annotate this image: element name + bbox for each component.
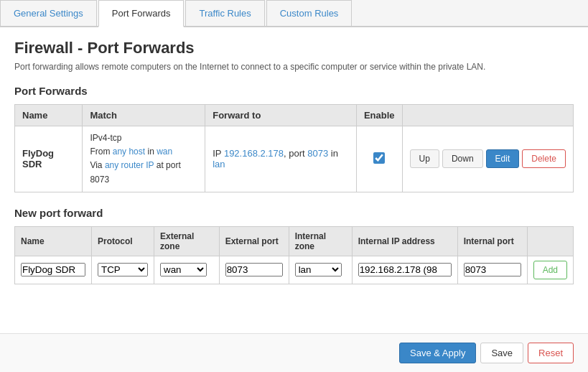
col-name: Name [15, 105, 83, 126]
col-forward-to: Forward to [205, 105, 357, 126]
enable-checkbox[interactable] [373, 152, 385, 164]
match-via-label: Via [90, 160, 102, 170]
footer-bar: Save & Apply Save Reset [0, 333, 588, 372]
new-port-forward-heading: New port forward [14, 207, 574, 219]
edit-button[interactable]: Edit [486, 149, 520, 168]
form-int-port-input[interactable] [464, 263, 521, 276]
forward-port-link[interactable]: 8073 [307, 148, 328, 159]
form-col-add [527, 226, 573, 256]
up-button[interactable]: Up [410, 149, 439, 168]
row-match: IPv4-tcp From any host in wan Via any ro… [83, 126, 205, 192]
form-col-name: Name [15, 226, 92, 256]
form-ip-cell [352, 256, 457, 284]
match-any-host-link[interactable]: any host [113, 147, 145, 157]
tab-port-forwards[interactable]: Port Forwards [98, 0, 185, 27]
form-ext-port-cell [219, 256, 289, 284]
form-add-cell: Add [527, 256, 573, 284]
tab-custom-rules[interactable]: Custom Rules [266, 0, 353, 26]
page-title: Firewall - Port Forwards [14, 39, 574, 57]
form-col-ip: Internal IP address [352, 226, 457, 256]
col-actions [402, 105, 573, 126]
form-ext-zone-select[interactable]: wan lan [160, 263, 207, 276]
add-button[interactable]: Add [533, 261, 567, 279]
tab-bar: General Settings Port Forwards Traffic R… [0, 0, 588, 27]
form-name-input[interactable] [21, 263, 85, 276]
match-any-router-link[interactable]: any router IP [105, 160, 154, 170]
row-name: FlyDog SDR [15, 126, 83, 192]
row-actions: Up Down Edit Delete [402, 126, 573, 192]
form-col-protocol: Protocol [92, 226, 154, 256]
form-int-zone-cell: lan wan [289, 256, 352, 284]
tab-general-settings[interactable]: General Settings [0, 0, 97, 26]
forward-ip-label: IP [213, 148, 221, 159]
port-forwards-table: Name Match Forward to Enable FlyDog SDR … [14, 104, 574, 192]
forward-ip-link[interactable]: 192.168.2.178 [224, 148, 284, 159]
new-port-forward-table: Name Protocol External zone External por… [14, 226, 574, 284]
form-col-ext-port: External port [219, 226, 289, 256]
col-enable: Enable [356, 105, 402, 126]
form-name-cell [15, 256, 92, 284]
form-ext-zone-cell: wan lan [154, 256, 220, 284]
tab-traffic-rules[interactable]: Traffic Rules [185, 0, 264, 26]
match-protocol: IPv4-tcp [90, 133, 121, 143]
table-row: FlyDog SDR IPv4-tcp From any host in wan… [15, 126, 574, 192]
forward-in: in [331, 148, 338, 159]
form-protocol-select[interactable]: TCP UDP TCP+UDP ICMP Custom [98, 263, 148, 276]
save-apply-button[interactable]: Save & Apply [399, 343, 476, 363]
match-wan-link[interactable]: wan [157, 147, 172, 157]
form-protocol-cell: TCP UDP TCP+UDP ICMP Custom [92, 256, 154, 284]
match-from-label: From [90, 147, 110, 157]
down-button[interactable]: Down [442, 149, 483, 168]
forward-lan-link[interactable]: lan [213, 159, 225, 169]
form-int-zone-select[interactable]: lan wan [295, 263, 342, 276]
form-col-int-port: Internal port [457, 226, 527, 256]
form-ip-input[interactable] [358, 263, 452, 276]
new-port-forward-row: TCP UDP TCP+UDP ICMP Custom wan lan [15, 256, 574, 284]
row-enable [356, 126, 402, 192]
row-forward-to: IP 192.168.2.178, port 8073 in lan [205, 126, 357, 192]
form-col-int-zone: Internal zone [289, 226, 352, 256]
form-ext-port-input[interactable] [225, 263, 283, 276]
delete-button[interactable]: Delete [522, 149, 566, 168]
match-port-val: 8073 [90, 175, 109, 185]
match-at-port: at port [157, 160, 181, 170]
forward-port-label: port [289, 148, 304, 159]
reset-button[interactable]: Reset [528, 343, 574, 363]
form-int-port-cell [457, 256, 527, 284]
save-button[interactable]: Save [480, 343, 523, 363]
port-forwards-heading: Port Forwards [14, 85, 574, 97]
col-match: Match [83, 105, 205, 126]
page-description: Port forwarding allows remote computers … [14, 62, 574, 72]
form-col-ext-zone: External zone [154, 226, 220, 256]
match-in: in [147, 147, 154, 157]
